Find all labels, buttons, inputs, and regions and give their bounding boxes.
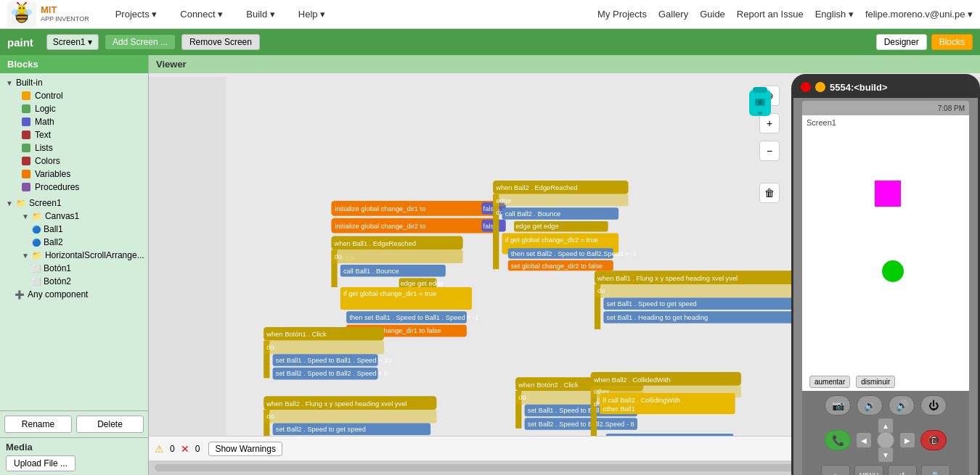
top-nav: MIT APP INVENTOR Projects ▾ Connect ▾ Bu… — [0, 0, 980, 29]
phone-title: 5554:<build> — [830, 82, 887, 93]
variables-color — [22, 170, 30, 178]
svg-text:when Ball2 . Flung  x  y  spee: when Ball2 . Flung x y speed heading xve… — [266, 400, 407, 408]
remove-screen-button[interactable]: Remove Screen — [181, 34, 260, 50]
block-procedures[interactable]: Procedures — [0, 181, 148, 194]
phone-vol-down-btn[interactable]: 🔉 — [857, 395, 883, 416]
procedures-label: Procedures — [35, 182, 79, 192]
block-lists[interactable]: Lists — [0, 141, 148, 154]
dpad-up-btn[interactable]: ▲ — [878, 418, 893, 433]
project-title: paint — [7, 36, 33, 49]
nav-connect[interactable]: Connect ▾ — [176, 6, 227, 22]
block-control[interactable]: Control — [0, 89, 148, 102]
any-component-item[interactable]: ➕ Any component — [0, 288, 148, 301]
blocks-content: ▼ Built-in Control Logic Math Text L — [0, 73, 148, 410]
ball2-label: Ball2 — [44, 237, 63, 247]
svg-text:set Ball1 . Speed to get speed: set Ball1 . Speed to get speed — [607, 300, 697, 307]
phone-menu-btn[interactable]: MENU — [854, 465, 883, 475]
phone-back-btn[interactable]: ↺ — [888, 465, 917, 475]
nav-language[interactable]: English ▾ — [815, 9, 854, 20]
block-colors[interactable]: Colors — [0, 154, 148, 168]
svg-text:edge: edge — [496, 197, 511, 205]
svg-text:edge get edge: edge get edge — [515, 223, 559, 230]
canvas1-section[interactable]: ▼ 📁 Canvas1 — [0, 210, 148, 223]
block-variables[interactable]: Variables — [0, 168, 148, 181]
main-layout: Blocks ▼ Built-in Control Logic Math Te — [0, 55, 980, 475]
upload-file-button[interactable]: Upload File ... — [6, 455, 75, 471]
nav-user[interactable]: felipe.moreno.v@uni.pe ▾ — [865, 9, 973, 20]
nav-report-issue[interactable]: Report an Issue — [737, 9, 804, 20]
sub-header: paint Screen1 ▾ Add Screen ... Remove Sc… — [0, 29, 980, 55]
svg-text:set Ball2 . Speed to Ball2.Spe: set Ball2 . Speed to Ball2.Speed - 8 — [528, 421, 634, 428]
nav-help[interactable]: Help ▾ — [294, 6, 330, 22]
dpad-down-btn[interactable]: ▼ — [878, 447, 893, 462]
nav-projects[interactable]: Projects ▾ — [111, 6, 162, 22]
phone-close-button[interactable] — [801, 82, 811, 92]
colors-label: Colors — [35, 156, 60, 166]
media-section: Media Upload File ... — [0, 437, 148, 475]
zoom-out-icon-btn[interactable]: − — [759, 141, 780, 161]
phone-screen[interactable]: Screen1 aumentar disminuir — [802, 115, 969, 391]
canvas1-expand-icon: ▼ — [22, 212, 29, 220]
svg-text:initialize global change_dir2 : initialize global change_dir2 to — [335, 223, 426, 230]
block-logic[interactable]: Logic — [0, 102, 148, 115]
boton2-icon: ⬜ — [32, 278, 41, 286]
boton2-label: Botón2 — [44, 276, 71, 286]
block-math[interactable]: Math — [0, 115, 148, 128]
aumentar-button[interactable]: aumentar — [809, 376, 850, 388]
svg-text:when Ball2 . EdgeReached: when Ball2 . EdgeReached — [495, 184, 577, 191]
disminuir-button[interactable]: disminuir — [856, 376, 895, 388]
viewer-header: Viewer — [149, 55, 980, 73]
backpack-icon[interactable] — [742, 84, 778, 123]
boton2-item[interactable]: ⬜ Botón2 — [0, 275, 148, 288]
media-header: Media — [6, 442, 142, 453]
svg-rect-109 — [753, 87, 767, 93]
svg-text:when Botón1 . Click: when Botón1 . Click — [266, 331, 327, 338]
ball1-item[interactable]: 🔵 Ball1 — [0, 223, 148, 236]
builtin-section[interactable]: ▼ Built-in — [0, 76, 148, 89]
screen1-section[interactable]: ▼ 📁 Screen1 — [0, 197, 148, 210]
view-toggle: Designer Blocks — [876, 34, 973, 50]
phone-call-btn[interactable]: 📞 — [825, 430, 851, 450]
phone-app-buttons: aumentar disminuir — [809, 376, 895, 388]
error-icon: ✕ — [181, 443, 189, 455]
block-text[interactable]: Text — [0, 128, 148, 141]
phone-minimize-button[interactable] — [815, 82, 825, 92]
math-color — [22, 117, 30, 126]
designer-button[interactable]: Designer — [876, 34, 927, 50]
dpad-left-btn[interactable]: ◀ — [857, 433, 871, 447]
screen1-btn[interactable]: Screen1 ▾ — [46, 34, 99, 50]
svg-text:do: do — [335, 253, 342, 260]
phone-search-btn[interactable]: 🔍 — [921, 465, 950, 475]
phone-end-call-btn[interactable]: 📵 — [920, 430, 947, 450]
phone-home-btn[interactable]: ⌂ — [821, 465, 850, 475]
svg-text:edge get edge: edge get edge — [401, 280, 444, 287]
phone-vol-up-btn[interactable]: 🔊 — [889, 395, 915, 416]
dpad-center-btn[interactable] — [877, 431, 894, 449]
nav-guide[interactable]: Guide — [700, 9, 725, 20]
control-color — [22, 91, 30, 100]
blocks-button[interactable]: Blocks — [931, 34, 973, 50]
nav-gallery[interactable]: Gallery — [658, 9, 688, 20]
delete-button[interactable]: Delete — [76, 416, 144, 433]
svg-text:when Ball2 . CollidedWith: when Ball2 . CollidedWith — [593, 376, 671, 384]
phone-camera-btn[interactable]: 📷 — [825, 395, 851, 416]
ball2-item[interactable]: 🔵 Ball2 — [0, 236, 148, 249]
left-bottom-actions: Rename Delete — [0, 410, 148, 437]
phone-simulator: 5554:<build> 7:08 PM Screen1 aumentar di… — [791, 74, 980, 475]
phone-power-btn[interactable]: ⏻ — [920, 395, 947, 416]
nav-build[interactable]: Build ▾ — [242, 6, 279, 22]
procedures-color — [22, 183, 30, 191]
trash-icon-btn[interactable]: 🗑 — [759, 183, 780, 203]
show-warnings-button[interactable]: Show Warnings — [208, 442, 282, 456]
builtin-label: Built-in — [16, 78, 43, 88]
nav-my-projects[interactable]: My Projects — [597, 9, 647, 20]
hscroll-section[interactable]: ▼ 📁 HorizontalScrollArrange... — [0, 249, 148, 262]
canvas1-folder-icon: 📁 — [32, 212, 42, 221]
boton1-item[interactable]: ⬜ Botón1 — [0, 262, 148, 275]
svg-text:when Ball1 . Flung  x  y  spee: when Ball1 . Flung x y speed heading xve… — [597, 275, 738, 282]
svg-text:do: do — [266, 413, 274, 420]
add-screen-button[interactable]: Add Screen ... — [105, 34, 176, 50]
rename-button[interactable]: Rename — [4, 416, 72, 433]
dpad-right-btn[interactable]: ▶ — [900, 433, 915, 447]
svg-point-13 — [25, 1, 26, 3]
